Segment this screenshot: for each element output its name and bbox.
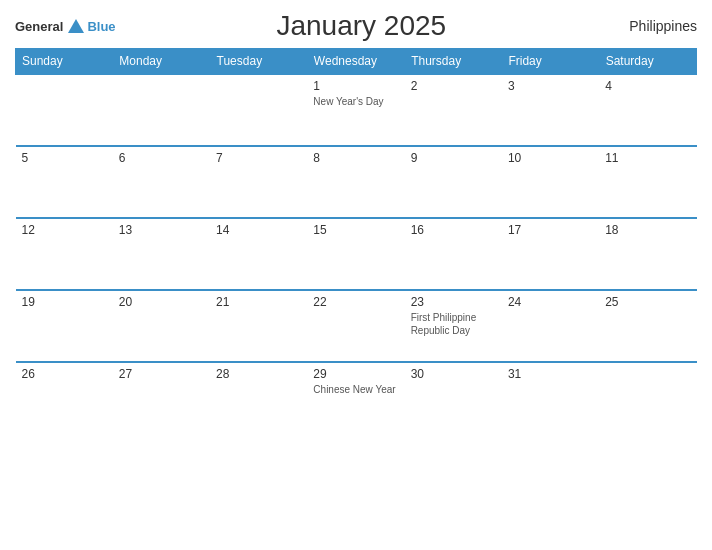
calendar-cell: 17 [502, 218, 599, 290]
calendar-cell: 23First Philippine Republic Day [405, 290, 502, 362]
day-number: 22 [313, 295, 398, 309]
calendar-cell: 4 [599, 74, 696, 146]
calendar-page: General Blue January 2025 Philippines Su… [0, 0, 712, 550]
day-number: 15 [313, 223, 398, 237]
logo-general: General [15, 20, 63, 33]
calendar-title: January 2025 [116, 10, 607, 42]
calendar-cell: 11 [599, 146, 696, 218]
day-number: 30 [411, 367, 496, 381]
day-number: 7 [216, 151, 301, 165]
calendar-week-row: 26272829Chinese New Year3031 [16, 362, 697, 434]
col-wednesday: Wednesday [307, 49, 404, 75]
day-number: 25 [605, 295, 690, 309]
holiday-name: New Year's Day [313, 95, 398, 108]
calendar-cell [599, 362, 696, 434]
calendar-cell: 22 [307, 290, 404, 362]
calendar-cell: 5 [16, 146, 113, 218]
col-tuesday: Tuesday [210, 49, 307, 75]
calendar-cell: 27 [113, 362, 210, 434]
day-number: 19 [22, 295, 107, 309]
day-number: 17 [508, 223, 593, 237]
col-thursday: Thursday [405, 49, 502, 75]
day-number: 4 [605, 79, 690, 93]
calendar-cell: 9 [405, 146, 502, 218]
calendar-week-row: 12131415161718 [16, 218, 697, 290]
calendar-table: Sunday Monday Tuesday Wednesday Thursday… [15, 48, 697, 434]
day-number: 24 [508, 295, 593, 309]
holiday-name: Chinese New Year [313, 383, 398, 396]
calendar-cell: 1New Year's Day [307, 74, 404, 146]
day-number: 28 [216, 367, 301, 381]
col-saturday: Saturday [599, 49, 696, 75]
calendar-cell: 26 [16, 362, 113, 434]
day-number: 20 [119, 295, 204, 309]
calendar-cell: 14 [210, 218, 307, 290]
day-number: 5 [22, 151, 107, 165]
calendar-cell: 12 [16, 218, 113, 290]
day-number: 13 [119, 223, 204, 237]
calendar-cell: 25 [599, 290, 696, 362]
col-monday: Monday [113, 49, 210, 75]
day-number: 6 [119, 151, 204, 165]
day-number: 2 [411, 79, 496, 93]
day-number: 29 [313, 367, 398, 381]
calendar-cell: 8 [307, 146, 404, 218]
calendar-cell: 20 [113, 290, 210, 362]
calendar-cell: 19 [16, 290, 113, 362]
calendar-week-row: 1920212223First Philippine Republic Day2… [16, 290, 697, 362]
calendar-header-row: Sunday Monday Tuesday Wednesday Thursday… [16, 49, 697, 75]
col-friday: Friday [502, 49, 599, 75]
calendar-cell: 16 [405, 218, 502, 290]
calendar-week-row: 567891011 [16, 146, 697, 218]
day-number: 14 [216, 223, 301, 237]
calendar-cell: 2 [405, 74, 502, 146]
calendar-cell: 15 [307, 218, 404, 290]
calendar-cell [16, 74, 113, 146]
calendar-cell: 30 [405, 362, 502, 434]
day-number: 1 [313, 79, 398, 93]
logo: General Blue [15, 19, 116, 33]
day-number: 16 [411, 223, 496, 237]
logo-triangle-icon [68, 19, 84, 33]
country-label: Philippines [607, 18, 697, 34]
calendar-cell: 3 [502, 74, 599, 146]
calendar-cell: 10 [502, 146, 599, 218]
calendar-cell: 31 [502, 362, 599, 434]
header: General Blue January 2025 Philippines [15, 10, 697, 42]
calendar-cell: 24 [502, 290, 599, 362]
col-sunday: Sunday [16, 49, 113, 75]
day-number: 31 [508, 367, 593, 381]
day-number: 11 [605, 151, 690, 165]
day-number: 18 [605, 223, 690, 237]
logo-blue: Blue [87, 20, 115, 33]
holiday-name: First Philippine Republic Day [411, 311, 496, 337]
day-number: 23 [411, 295, 496, 309]
calendar-week-row: 1New Year's Day234 [16, 74, 697, 146]
day-number: 12 [22, 223, 107, 237]
calendar-cell: 29Chinese New Year [307, 362, 404, 434]
calendar-cell: 6 [113, 146, 210, 218]
calendar-cell: 18 [599, 218, 696, 290]
day-number: 3 [508, 79, 593, 93]
day-number: 8 [313, 151, 398, 165]
day-number: 26 [22, 367, 107, 381]
calendar-cell [113, 74, 210, 146]
day-number: 9 [411, 151, 496, 165]
calendar-cell [210, 74, 307, 146]
day-number: 27 [119, 367, 204, 381]
calendar-cell: 13 [113, 218, 210, 290]
day-number: 21 [216, 295, 301, 309]
day-number: 10 [508, 151, 593, 165]
calendar-cell: 28 [210, 362, 307, 434]
calendar-cell: 21 [210, 290, 307, 362]
calendar-cell: 7 [210, 146, 307, 218]
